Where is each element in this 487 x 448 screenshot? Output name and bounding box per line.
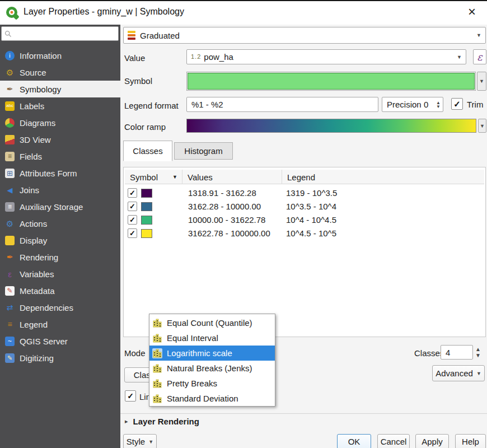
epsilon-icon: ε xyxy=(5,269,15,279)
tab-histogram[interactable]: Histogram xyxy=(174,142,233,160)
mode-menu-item[interactable]: Standard Deviation xyxy=(149,391,275,406)
sidebar-item-rendering[interactable]: ✒ Rendering xyxy=(0,249,120,265)
sidebar-item-display[interactable]: Display xyxy=(0,232,120,249)
mode-menu-item-label: Equal Interval xyxy=(167,333,218,343)
sidebar-item-dependencies[interactable]: ⇄ Dependencies xyxy=(0,299,120,316)
class-color-swatch[interactable] xyxy=(141,216,152,225)
symbol-preview[interactable] xyxy=(186,72,476,91)
sidebar-item-joins[interactable]: ◀ Joins xyxy=(0,181,120,198)
apply-button[interactable]: Apply xyxy=(415,434,449,448)
sidebar-item-actions[interactable]: ⚙ Actions xyxy=(0,215,120,232)
speech-bubble-icon xyxy=(5,236,15,245)
mode-menu-item[interactable]: Logarithmic scale xyxy=(149,346,275,361)
sidebar-item-diagrams[interactable]: Diagrams xyxy=(0,114,120,131)
column-header-legend[interactable]: Legend xyxy=(282,170,484,184)
mode-menu-item[interactable]: Equal Interval xyxy=(149,330,275,346)
column-header-symbol[interactable]: Symbol▼ xyxy=(125,170,182,184)
ok-button[interactable]: OK xyxy=(337,434,371,448)
legend-format-input[interactable]: %1 - %2 xyxy=(186,97,378,112)
mode-menu-item-label: Equal Count (Quantile) xyxy=(167,318,252,328)
class-color-swatch[interactable] xyxy=(141,189,152,198)
mode-menu-item-label: Standard Deviation xyxy=(167,394,238,403)
precision-spinner[interactable]: Precision 0 ▲▼ xyxy=(382,97,443,112)
numeric-type-icon: 1.2 xyxy=(191,53,201,60)
histogram-icon xyxy=(152,318,162,328)
value-field-combo[interactable]: 1.2 pow_ha ▼ xyxy=(186,49,466,64)
class-values: 31622.78 - 100000.00 xyxy=(188,228,270,238)
sidebar-item-label: Labels xyxy=(20,101,44,111)
class-values: 10000.00 - 31622.78 xyxy=(188,215,265,225)
class-legend: 10^3.5 - 10^4 xyxy=(286,202,336,211)
link-boundaries-checkbox[interactable]: ✓ xyxy=(125,390,136,402)
sidebar-item-source[interactable]: ⚙ Source xyxy=(0,64,120,81)
classes-spinner-arrows[interactable]: ▲▼ xyxy=(475,346,481,358)
row-checkbox[interactable]: ✓ xyxy=(128,188,137,198)
expression-builder-button[interactable]: ε xyxy=(473,49,486,64)
renderer-combo[interactable]: Graduated ▼ xyxy=(123,27,486,44)
cancel-button[interactable]: Cancel xyxy=(377,434,410,448)
chevron-down-icon: ▼ xyxy=(472,32,485,38)
symbol-dropdown-button[interactable]: ▼ xyxy=(477,72,486,91)
help-button[interactable]: Help xyxy=(455,434,486,448)
sidebar-item-3d-view[interactable]: 3D View xyxy=(0,131,120,148)
sidebar-item-information[interactable]: i Information xyxy=(0,47,120,64)
sidebar-item-metadata[interactable]: ✎ Metadata xyxy=(0,282,120,299)
mode-menu-item-label: Logarithmic scale xyxy=(167,348,232,358)
sidebar-item-digitizing[interactable]: ✎ Digitizing xyxy=(0,349,120,366)
close-icon[interactable]: × xyxy=(463,3,480,20)
class-color-swatch[interactable] xyxy=(141,229,152,238)
layer-rendering-label: Layer Rendering xyxy=(133,417,199,426)
search-input[interactable] xyxy=(1,26,119,41)
table-row[interactable]: ✓ 3162.28 - 10000.00 10^3.5 - 10^4 xyxy=(125,200,484,213)
style-button[interactable]: Style▼ xyxy=(123,434,157,448)
histogram-icon xyxy=(152,348,162,358)
color-ramp-dropdown-button[interactable]: ▼ xyxy=(478,119,486,133)
tab-classes[interactable]: Classes xyxy=(123,141,172,161)
sidebar-item-legend[interactable]: ≡ Legend xyxy=(0,316,120,333)
sidebar-item-label: Digitizing xyxy=(20,353,54,363)
sidebar-item-qgis-server[interactable]: ~ QGIS Server xyxy=(0,333,120,349)
sidebar-item-label: Joins xyxy=(20,185,39,195)
sidebar-item-auxiliary-storage[interactable]: ≡ Auxiliary Storage xyxy=(0,198,120,215)
sidebar-item-label: Dependencies xyxy=(20,303,73,312)
row-checkbox[interactable]: ✓ xyxy=(128,202,137,211)
table-header: Symbol▼ Values Legend xyxy=(125,170,484,184)
mode-menu-item[interactable]: Natural Breaks (Jenks) xyxy=(149,361,275,376)
sidebar-item-attributes-form[interactable]: ⊞ Attributes Form xyxy=(0,165,120,181)
sidebar-item-label: Legend xyxy=(20,320,48,329)
database-icon: ≡ xyxy=(5,202,15,212)
class-color-swatch[interactable] xyxy=(141,202,152,211)
table-row[interactable]: ✓ 31622.78 - 100000.00 10^4.5 - 10^5 xyxy=(125,227,484,240)
dependencies-icon: ⇄ xyxy=(5,303,15,312)
table-row[interactable]: ✓ 1318.91 - 3162.28 1319 - 10^3.5 xyxy=(125,186,484,200)
layer-rendering-group[interactable]: ▸ Layer Rendering xyxy=(125,417,199,426)
row-checkbox[interactable]: ✓ xyxy=(128,228,137,238)
render-brush-icon: ✒ xyxy=(5,253,15,262)
sidebar-item-label: QGIS Server xyxy=(20,337,68,346)
sidebar-list: i Information ⚙ Source ✒ Symbology abc L… xyxy=(0,47,120,366)
mode-menu-item[interactable]: Pretty Breaks xyxy=(149,376,275,391)
symbol-label: Symbol xyxy=(124,76,152,86)
trim-checkbox[interactable]: ✓ xyxy=(451,98,463,110)
row-checkbox[interactable]: ✓ xyxy=(128,215,137,225)
sidebar-item-labels[interactable]: abc Labels xyxy=(0,97,120,114)
advanced-button[interactable]: Advanced▼ xyxy=(432,365,485,381)
symbology-panel: Graduated ▼ Value 1.2 pow_ha ▼ ε Symbol … xyxy=(120,25,487,448)
color-ramp-preview[interactable] xyxy=(186,119,476,133)
chevron-down-icon: ▼ xyxy=(479,78,484,84)
sidebar-item-variables[interactable]: ε Variables xyxy=(0,265,120,282)
classes-count-input[interactable]: 4 xyxy=(441,345,473,360)
chevron-down-icon: ▼ xyxy=(480,123,485,129)
sidebar-item-fields[interactable]: ≡ Fields xyxy=(0,148,120,165)
value-field-name: pow_ha xyxy=(204,52,233,62)
table-row[interactable]: ✓ 10000.00 - 31622.78 10^4 - 10^4.5 xyxy=(125,213,484,227)
separator xyxy=(120,413,487,414)
class-values: 3162.28 - 10000.00 xyxy=(188,202,261,211)
gear-action-icon: ⚙ xyxy=(5,219,15,228)
mode-menu-item[interactable]: Equal Count (Quantile) xyxy=(149,315,275,330)
column-header-values[interactable]: Values xyxy=(182,170,282,184)
search-icon xyxy=(4,30,12,38)
sidebar-item-symbology[interactable]: ✒ Symbology xyxy=(0,81,120,97)
spinner-arrows-icon[interactable]: ▲▼ xyxy=(436,101,443,109)
mode-menu-item-label: Natural Breaks (Jenks) xyxy=(167,363,252,373)
